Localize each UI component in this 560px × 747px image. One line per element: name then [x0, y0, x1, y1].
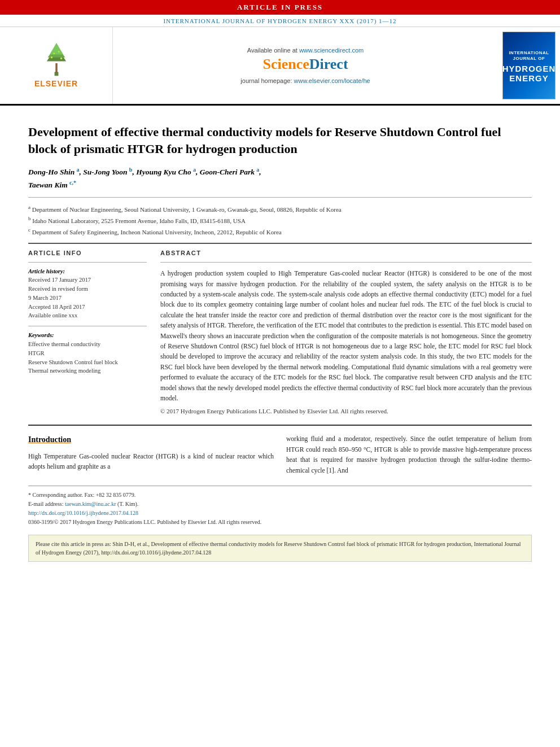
author-hyoung-sup: a: [193, 166, 196, 172]
history-entry-0: Received 17 January 2017: [28, 276, 147, 285]
article-info-abstract-section: ARTICLE INFO Article history: Received 1…: [28, 250, 532, 414]
svg-marker-4: [50, 43, 63, 55]
abstract-copyright: © 2017 Hydrogen Energy Publications LLC.…: [160, 408, 532, 414]
footnotes-section: * Corresponding author. Fax: +82 32 835 …: [28, 486, 532, 527]
history-label: Article history:: [28, 268, 147, 274]
intro-col-left: Introduction High Temperature Gas-cooled…: [28, 434, 274, 479]
journal-cover: INTERNATIONAL JOURNAL OF HYDROGEN ENERGY: [502, 32, 555, 99]
corresponding-author: * Corresponding author. Fax: +82 32 835 …: [28, 491, 532, 500]
intro-col-right: working fluid and a moderator, respectiv…: [286, 434, 532, 479]
doi-line: http://dx.doi.org/10.1016/j.ijhydene.201…: [28, 509, 532, 518]
author-dongho: Dong-Ho Shin: [28, 168, 75, 176]
keyword-0: Effective thermal conductivity: [28, 340, 147, 349]
article-in-press-banner: ARTICLE IN PRESS: [0, 0, 560, 15]
journal-cover-label-energy: ENERGY: [509, 73, 548, 83]
journal-header-line: INTERNATIONAL JOURNAL OF HYDROGEN ENERGY…: [0, 15, 560, 27]
author-taewan-sup: c,*: [69, 179, 76, 185]
author-taewan: Taewan Kim: [28, 181, 68, 189]
affil-sup-b: b: [28, 216, 31, 221]
main-divider: [28, 425, 532, 426]
keyword-3: Thermal networking modeling: [28, 366, 147, 375]
email-person: (T. Kim).: [117, 501, 138, 507]
direct-part: Direct: [309, 56, 348, 72]
journal-cover-title-line1: INTERNATIONAL JOURNAL OF: [503, 48, 555, 64]
svg-point-7: [53, 53, 55, 55]
svg-point-6: [60, 58, 62, 59]
history-entry-4: Available online xxx: [28, 311, 147, 320]
introduction-section: Introduction High Temperature Gas-cooled…: [28, 434, 532, 479]
abstract-heading: ABSTRACT: [160, 250, 532, 256]
affiliations-rule: [28, 197, 532, 198]
footnote-copyright: 0360-3199/© 2017 Hydrogen Energy Publica…: [28, 518, 532, 527]
doi-link[interactable]: http://dx.doi.org/10.1016/j.ijhydene.201…: [28, 510, 138, 516]
author-hyoung: Hyoung Kyu Cho: [136, 168, 191, 176]
sciencedirect-logo: ScienceDirect: [262, 56, 348, 73]
author-dongho-sup: a: [77, 166, 80, 172]
email-line: E-mail address: taewan.kim@inu.ac.kr (T.…: [28, 500, 532, 509]
article-info-heading: ARTICLE INFO: [28, 250, 147, 256]
email-label: E-mail address:: [28, 501, 63, 507]
journal-cover-area: INTERNATIONAL JOURNAL OF HYDROGEN ENERGY: [498, 27, 560, 104]
keywords-label: Keywords:: [28, 332, 147, 338]
history-entry-1: Received in revised form: [28, 285, 147, 294]
journal-homepage: journal homepage: www.elsevier.com/locat…: [240, 77, 370, 84]
elsevier-text: ELSEVIER: [34, 79, 78, 88]
citation-label: Please cite this article in press as:: [36, 541, 111, 547]
main-info-rule: [28, 243, 532, 244]
science-part: Science: [262, 56, 309, 72]
affil-sup-c: c: [28, 227, 30, 233]
article-title: Development of effective thermal conduct…: [28, 124, 532, 157]
keyword-1: HTGR: [28, 349, 147, 358]
abstract-text: A hydrogen production system coupled to …: [160, 268, 532, 403]
history-entry-3: Accepted 18 April 2017: [28, 303, 147, 312]
elsevier-logo-box: ELSEVIER: [20, 43, 93, 88]
top-header: ELSEVIER Available online at www.science…: [0, 27, 560, 106]
author-sujong-sup: b: [129, 166, 133, 172]
journal-cover-label-hydrogen: HYDROGEN: [502, 64, 555, 73]
abstract-column: ABSTRACT A hydrogen production system co…: [160, 250, 532, 414]
affil-b-text: Idaho National Laboratory, 2525 Fremont …: [32, 217, 246, 224]
article-info-column: ARTICLE INFO Article history: Received 1…: [28, 250, 147, 414]
history-entry-2: 9 March 2017: [28, 294, 147, 303]
affiliations: a Department of Nuclear Engineering, Seo…: [28, 203, 532, 238]
affil-a-text: Department of Nuclear Engineering, Seoul…: [32, 206, 342, 212]
intro-right-para: working fluid and a moderator, respectiv…: [286, 434, 532, 475]
elsevier-homepage-url[interactable]: www.elsevier.com/locate/he: [294, 77, 370, 84]
svg-point-8: [58, 51, 60, 53]
authors: Dong-Ho Shin a, Su-Jong Yoon b, Hyoung K…: [28, 165, 532, 191]
sciencedirect-url[interactable]: www.sciencedirect.com: [299, 47, 364, 54]
article-info-rule: [28, 262, 147, 263]
elsevier-tree-icon: [34, 43, 79, 77]
author-goon: Goon-Cheri Park: [200, 168, 255, 176]
abstract-rule: [160, 262, 532, 263]
svg-rect-1: [55, 63, 57, 73]
svg-point-5: [50, 56, 52, 58]
available-online: Available online at www.sciencedirect.co…: [247, 47, 364, 54]
author-goon-sup: a: [256, 166, 259, 172]
affil-c-text: Department of Safety Engineering, Incheo…: [32, 229, 282, 235]
header-center: Available online at www.sciencedirect.co…: [113, 27, 498, 104]
keywords-rule: [28, 326, 147, 326]
affil-sup-a: a: [28, 204, 30, 210]
intro-left-para: High Temperature Gas-cooled nuclear Reac…: [28, 451, 274, 472]
citation-box: Please cite this article in press as: Sh…: [28, 535, 532, 562]
elsevier-logo-area: ELSEVIER: [0, 27, 113, 104]
paper-body: Development of effective thermal conduct…: [0, 106, 560, 570]
introduction-heading: Introduction: [28, 434, 274, 446]
email-link[interactable]: taewan.kim@inu.ac.kr: [65, 501, 116, 507]
author-sujong: Su-Jong Yoon: [83, 168, 127, 176]
keyword-2: Reserve Shutdown Control fuel block: [28, 358, 147, 367]
